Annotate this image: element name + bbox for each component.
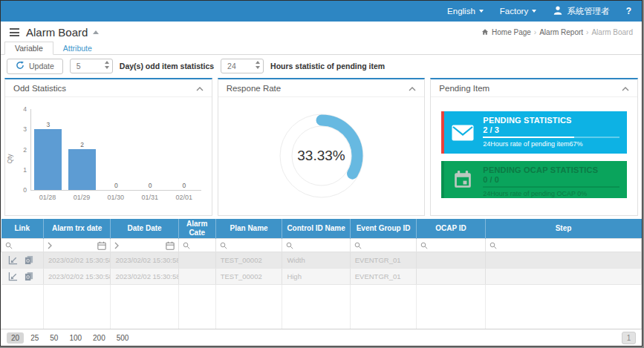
filter-link[interactable] [1,239,44,252]
cell-control-id-name: Width [282,252,350,269]
cell-ocap-id [417,269,485,285]
column-header-alarm-trx-date[interactable]: Alarm trx date [43,219,111,239]
filter-control-id-name[interactable] [282,239,350,252]
page-size-500[interactable]: 500 [112,332,134,344]
column-header-date-date[interactable]: Date Date [111,219,178,239]
days-value: 5 [77,62,81,70]
report-copy-link-icon[interactable] [25,255,33,265]
envelope-icon [444,111,481,154]
calendar-icon [97,241,106,250]
factory-menu[interactable]: Factory [500,7,536,16]
search-icon [354,242,362,249]
search-icon [220,242,227,249]
cell-plan-name: TEST_00002 [215,269,282,285]
column-header-control-id-name[interactable]: Control ID Name [282,219,350,239]
pending-statistics-card[interactable]: PENDING STATISTICS 2 / 3 24Hours rate of… [441,111,627,154]
cell-alarm-cate [178,269,215,285]
calendar-icon [444,161,481,198]
page-size-100[interactable]: 100 [65,332,86,344]
table-empty-area [1,285,642,333]
trend-chart-link-icon[interactable] [8,256,18,265]
panel-odd-statistics: Odd Statistics Qty 01234 32000 01/2801/2… [4,78,212,216]
column-header-link[interactable]: Link [1,219,44,239]
cell-control-id-name: High [282,269,350,285]
current-page-button[interactable]: 1 [622,332,636,344]
breadcrumb: Home Page › Alarm Report › Alarm Board [481,28,633,37]
page-size-50[interactable]: 50 [45,332,62,344]
page-size-200[interactable]: 200 [88,332,110,344]
filter-step[interactable] [485,239,641,252]
table-row: 2023/02/02 15:30:58 2023/02/02 15:30:58 … [1,252,642,269]
panel-title: Pending Item [439,84,489,93]
chevron-up-icon[interactable] [622,84,629,93]
dashboard-panels: Odd Statistics Qty 01234 32000 01/2801/2… [1,78,642,216]
collapse-caret-icon[interactable] [93,30,99,34]
user-menu[interactable]: 系統管理者 [553,5,610,17]
filter-event-group-id[interactable] [350,239,417,252]
card-value: 0 / 0 [483,175,619,184]
pagination-bar: 20 25 50 100 200 500 1 [1,329,642,346]
top-navbar: English Factory 系統管理者 ? [1,1,642,22]
cell-ocap-id [417,252,485,269]
table-row: 2023/02/02 15:30:58 2023/02/02 15:30:58 … [1,269,642,285]
stepper-arrows-icon[interactable] [105,61,109,69]
alarm-table: Link Alarm trx date Date Date Alarm Cate… [1,219,642,333]
trend-chart-link-icon[interactable] [8,272,18,281]
breadcrumb-alarm-report[interactable]: Alarm Report [539,28,583,36]
odd-statistics-bar-chart: Qty 01234 32000 01/2801/2901/3001/3102/0… [5,109,212,201]
calendar-icon [166,241,175,250]
breadcrumb-home[interactable]: Home Page [492,28,531,36]
page-header: Alarm Board Home Page › Alarm Report › A… [1,24,642,40]
cell-event-group-id: EVENTGR_01 [350,269,417,285]
column-header-alarm-cate[interactable]: Alarm Cate [178,219,215,239]
card-progress-track [483,137,619,138]
filter-ocap-id[interactable] [417,239,485,252]
page-size-25[interactable]: 25 [26,332,43,344]
user-name: 系統管理者 [567,6,610,17]
factory-label: Factory [500,7,528,16]
cell-alarm-trx-date: 2023/02/02 15:30:58 [43,269,111,285]
cell-alarm-cate [178,252,215,269]
cell-alarm-trx-date: 2023/02/02 15:30:58 [43,252,111,269]
card-subtitle: 24Hours rate of pending OCAP 0% [483,190,619,197]
days-stepper[interactable]: 5 [70,59,113,73]
panel-title: Odd Statistics [13,84,66,93]
filter-plan-name[interactable] [215,239,282,252]
tab-variable[interactable]: Variable [4,42,53,55]
language-menu[interactable]: English [447,7,484,16]
stepper-arrows-icon[interactable] [256,61,260,69]
help-button[interactable]: ? [626,6,631,16]
filter-alarm-cate[interactable] [178,239,215,252]
update-label: Update [29,62,54,70]
panel-pending-item: Pending Item PENDING STATISTICS 2 / 3 24… [430,78,638,216]
cell-step [485,269,641,285]
update-button[interactable]: Update [7,59,63,74]
tab-attribute[interactable]: Attribute [53,42,102,54]
search-icon [489,242,497,249]
page-size-20[interactable]: 20 [7,332,24,344]
card-subtitle: 24Hours rate of pending item67% [483,140,619,148]
table-filter-row [1,239,642,252]
days-label: Day(s) odd item statistics [120,62,214,70]
language-label: English [447,7,475,16]
breadcrumb-separator: › [586,28,588,36]
cell-plan-name: TEST_00002 [215,252,282,269]
card-progress-fill [483,137,574,138]
toolbar: Update 5 Day(s) odd item statistics 24 H… [1,55,642,77]
column-header-event-group-id[interactable]: Event Group ID [350,219,417,239]
report-copy-link-icon[interactable] [25,272,33,281]
column-header-step[interactable]: Step [485,219,641,239]
hours-value: 24 [227,62,236,70]
filter-date-date[interactable] [111,239,178,252]
chevron-down-icon [479,10,484,13]
filter-alarm-trx-date[interactable] [43,239,111,252]
chevron-up-icon[interactable] [409,84,416,93]
hamburger-menu-icon[interactable] [10,28,19,36]
hours-stepper[interactable]: 24 [221,59,264,73]
chevron-up-icon[interactable] [196,84,204,93]
column-header-ocap-id[interactable]: OCAP ID [417,219,485,239]
pending-ocap-statistics-card[interactable]: PENDING OCAP STATISTICS 0 / 0 24Hours ra… [441,161,627,198]
column-header-plan-name[interactable]: Plan Name [215,219,282,239]
user-icon [553,5,563,17]
panel-title: Respone Rate [227,84,282,93]
